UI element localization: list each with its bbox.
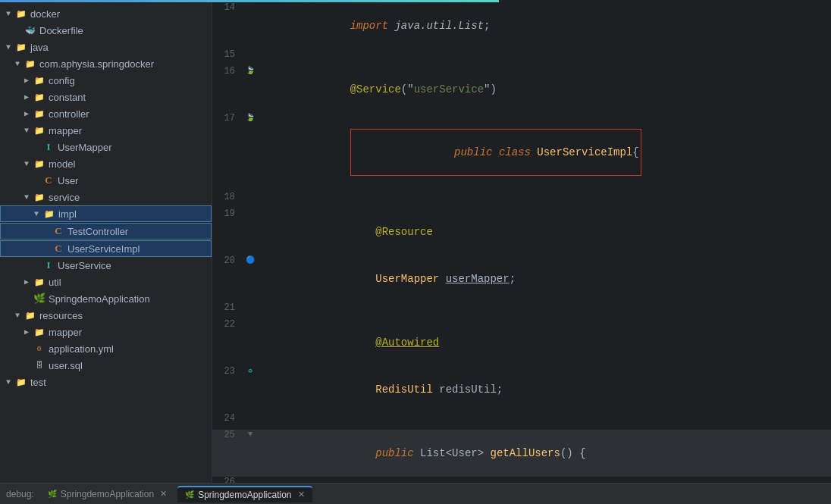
code-line-18: 18	[212, 192, 831, 208]
main-container: ▼ 📁 docker 🐳 Dockerfile ▼ 📁 java ▼ 📁 com…	[0, 2, 831, 483]
sidebar-item-usermapper[interactable]: I UserMapper	[0, 139, 212, 155]
sidebar-item-label: mapper	[49, 327, 82, 338]
tab-label: SpringdemoApplication	[198, 490, 291, 500]
tab-close-icon-2[interactable]: ✕	[298, 490, 305, 499]
gutter-icon-17: 🍃	[246, 113, 255, 122]
class-icon: C	[42, 174, 55, 186]
sidebar-item-label: test	[30, 377, 46, 388]
folder-icon: 📁	[33, 276, 45, 288]
file-tree-sidebar: ▼ 📁 docker 🐳 Dockerfile ▼ 📁 java ▼ 📁 com…	[0, 2, 212, 483]
tab-close-icon[interactable]: ✕	[160, 489, 167, 499]
folder-icon: 📁	[15, 8, 27, 20]
sidebar-item-label: application.yml	[49, 343, 114, 355]
code-line-26: 26 List<User> users = userMapper.getAllU…	[212, 477, 831, 483]
sidebar-item-mapper-res[interactable]: ▶ 📁 mapper	[0, 324, 212, 340]
top-progress-bar	[0, 0, 831, 2]
arrow-icon: ▼	[15, 60, 24, 68]
folder-icon: 📁	[33, 326, 45, 338]
sidebar-item-label: controller	[49, 108, 89, 120]
sidebar-item-label: mapper	[49, 125, 82, 136]
sidebar-item-label: TestController	[67, 226, 128, 237]
code-editor: 14 import java.util.List; 15	[212, 2, 831, 483]
sidebar-item-label: util	[49, 277, 61, 288]
folder-icon: 📁	[24, 58, 36, 70]
arrow-icon: ▼	[24, 160, 33, 168]
sidebar-item-package[interactable]: ▼ 📁 com.aphysia.springdocker	[0, 55, 212, 72]
code-line-25: 25 ▼ public List<User> getAllUsers() {	[212, 430, 831, 477]
sidebar-item-label: SpringdemoApplication	[49, 293, 150, 305]
sidebar-item-docker[interactable]: ▼ 📁 docker	[0, 5, 212, 22]
code-line-21: 21	[212, 302, 831, 319]
code-line-17: 17 🍃 public class UserServiceImpl{	[212, 113, 831, 192]
sidebar-item-config[interactable]: ▶ 📁 config	[0, 72, 212, 89]
sidebar-item-label: constant	[49, 92, 86, 103]
spring-icon: 🌿	[33, 293, 45, 305]
spring-tab-icon-2: 🌿	[185, 490, 194, 499]
sidebar-item-label: impl	[58, 208, 77, 220]
arrow-icon: ▼	[6, 378, 15, 387]
code-area[interactable]: 14 import java.util.List; 15	[212, 2, 831, 483]
sidebar-item-constant[interactable]: ▶ 📁 constant	[0, 89, 212, 105]
code-lines-table: 14 import java.util.List; 15	[212, 2, 831, 483]
arrow-icon: ▶	[24, 327, 33, 337]
sidebar-item-controller[interactable]: ▶ 📁 controller	[0, 105, 212, 122]
class-icon: C	[52, 243, 64, 255]
gutter-icon-23: ♻	[248, 366, 252, 375]
tab-springdemo-1[interactable]: 🌿 SpringdemoApplication ✕	[40, 487, 174, 502]
sidebar-item-mapper[interactable]: ▼ 📁 mapper	[0, 122, 212, 139]
sidebar-item-label: Dockerfile	[39, 25, 83, 36]
folder-icon: 📁	[33, 91, 45, 103]
sidebar-item-application-yml[interactable]: ⚙ application.yml	[0, 340, 212, 357]
code-line-20: 20 🔵 UserMapper userMapper;	[212, 255, 831, 302]
interface-icon: I	[42, 141, 55, 153]
sidebar-item-label: resources	[39, 310, 83, 321]
gutter-icon-16: 🍃	[246, 66, 255, 75]
sql-icon: 🗄	[33, 359, 45, 371]
sidebar-item-label: UserServiceImpl	[67, 243, 140, 255]
sidebar-item-user-sql[interactable]: 🗄 user.sql	[0, 357, 212, 374]
sidebar-item-user[interactable]: C User	[0, 172, 212, 189]
code-line-14: 14 import java.util.List;	[212, 2, 831, 49]
sidebar-item-label: config	[49, 75, 75, 86]
arrow-icon: ▼	[6, 43, 15, 52]
code-line-15: 15	[212, 49, 831, 66]
arrow-icon: ▼	[6, 10, 15, 18]
code-line-24: 24	[212, 413, 831, 430]
sidebar-item-java[interactable]: ▼ 📁 java	[0, 39, 212, 55]
sidebar-item-service[interactable]: ▼ 📁 service	[0, 189, 212, 205]
sidebar-item-testcontroller[interactable]: C TestController	[0, 223, 212, 239]
debug-prefix: debug:	[6, 489, 34, 499]
folder-icon: 📁	[33, 158, 45, 170]
sidebar-item-userservice[interactable]: I UserService	[0, 257, 212, 274]
arrow-icon: ▶	[24, 76, 33, 85]
sidebar-item-impl[interactable]: ▼ 📁 impl	[0, 205, 212, 222]
sidebar-item-util[interactable]: ▶ 📁 util	[0, 274, 212, 290]
arrow-icon: ▼	[24, 193, 33, 202]
code-line-22: 22 @Autowired	[212, 319, 831, 366]
sidebar-item-userserviceimpl[interactable]: C UserServiceImpl	[0, 240, 212, 257]
sidebar-item-test[interactable]: ▼ 📁 test	[0, 374, 212, 390]
arrow-icon: ▼	[15, 311, 24, 320]
sidebar-item-label: model	[49, 158, 75, 170]
folder-icon: 📁	[33, 74, 45, 86]
sidebar-item-model[interactable]: ▼ 📁 model	[0, 155, 212, 172]
sidebar-item-label: User	[58, 175, 78, 186]
fold-icon: ▼	[248, 430, 253, 439]
sidebar-item-springdemo-app[interactable]: 🌿 SpringdemoApplication	[0, 290, 212, 307]
folder-icon: 📁	[33, 124, 45, 136]
folder-icon: 📁	[33, 108, 45, 120]
spring-tab-icon: 🌿	[48, 490, 57, 498]
progress-indicator	[0, 0, 499, 2]
sidebar-item-dockerfile[interactable]: 🐳 Dockerfile	[0, 22, 212, 39]
arrow-icon: ▶	[24, 109, 33, 118]
arrow-icon: ▼	[24, 127, 33, 135]
folder-icon: 📁	[24, 309, 36, 321]
sidebar-item-resources[interactable]: ▼ 📁 resources	[0, 307, 212, 324]
gutter-icon-20: 🔵	[246, 255, 255, 265]
tab-label: SpringdemoApplication	[61, 489, 154, 499]
arrow-icon: ▶	[24, 277, 33, 286]
sidebar-item-label: UserService	[58, 260, 111, 271]
interface-icon: I	[42, 259, 55, 271]
sidebar-item-label: com.aphysia.springdocker	[39, 58, 154, 70]
tab-springdemo-2[interactable]: 🌿 SpringdemoApplication ✕	[177, 486, 312, 502]
